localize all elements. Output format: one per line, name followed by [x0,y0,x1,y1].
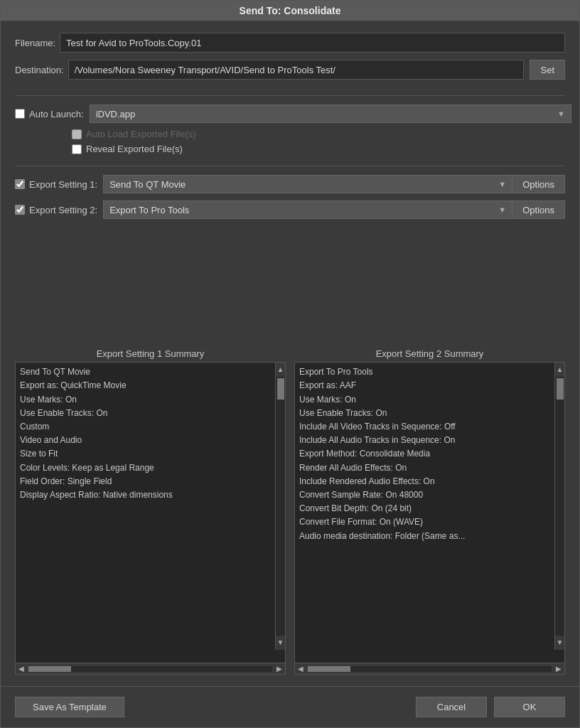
scroll-thumb-2[interactable] [557,378,564,400]
scroll-left-arrow-2-icon[interactable]: ◀ [295,663,306,674]
reveal-row: Reveal Exported File(s) [72,144,565,154]
footer-right: Cancel OK [416,697,565,717]
summary-1-vscrollbar[interactable]: ▲ ▼ [275,363,285,650]
auto-launch-text: Auto Launch: [29,109,84,119]
export-setting-2-row: Export Setting 2: Export To Pro Tools ▼ … [15,200,565,219]
h-thumb[interactable] [28,666,71,672]
reveal-label[interactable]: Reveal Exported File(s) [72,144,183,154]
destination-row: Destination: Set [15,60,565,80]
summary-1-hscrollbar[interactable]: ◀ ▶ [15,663,286,675]
list-item: Display Aspect Ratio: Native dimensions [20,488,269,502]
scroll-track [276,377,285,636]
export-setting-1-checkbox-label[interactable]: Export Setting 1: [15,179,97,190]
list-item: Convert File Format: On (WAVE) [299,515,549,529]
scroll-track-2 [555,377,564,636]
destination-input[interactable] [68,60,525,80]
list-item: Convert Bit Depth: On (24 bit) [299,502,549,515]
export-setting-2-checkbox[interactable] [15,205,25,215]
summary-1-content: Send To QT Movie Export as: QuickTime Mo… [15,362,286,663]
title-bar: Send To: Consolidate [1,1,579,21]
auto-load-row: Auto Load Exported File(s) [72,129,565,139]
filename-row: Filename: [15,33,565,53]
h-track-2 [308,666,552,672]
dialog-title: Send To: Consolidate [240,5,341,16]
scroll-thumb[interactable] [277,378,284,400]
destination-label: Destination: [15,65,64,75]
save-template-button[interactable]: Save As Template [15,697,124,717]
list-item: Use Marks: On [20,393,269,407]
list-item: Video and Audio [20,434,269,447]
export-setting-1-dropdown[interactable]: Send To QT Movie [103,175,512,193]
export-setting-1-checkbox[interactable] [15,179,25,189]
summary-panel-1: Export Setting 1 Summary Send To QT Movi… [15,348,286,675]
auto-launch-checkbox[interactable] [15,109,25,119]
dialog-window: Send To: Consolidate Filename: Destinati… [0,0,580,728]
auto-launch-row: Auto Launch: iDVD.app ▼ [15,105,565,123]
summary-1-text: Send To QT Movie Export as: QuickTime Mo… [20,365,281,502]
list-item: Field Order: Single Field [20,475,269,488]
set-button[interactable]: Set [530,60,565,80]
summary-section: Export Setting 1 Summary Send To QT Movi… [15,348,565,675]
scroll-up-arrow-icon[interactable]: ▲ [276,363,286,377]
list-item: Export as: QuickTime Movie [20,379,269,392]
list-item: Color Levels: Keep as Legal Range [20,461,269,475]
summary-2-content: Export To Pro Tools Export as: AAF Use M… [294,362,565,663]
divider-2 [15,166,565,166]
export-setting-2-dropdown[interactable]: Export To Pro Tools [103,200,512,219]
reveal-text: Reveal Exported File(s) [86,144,183,154]
export-setting-2-options-button[interactable]: Options [512,200,565,219]
export-setting-2-checkbox-label[interactable]: Export Setting 2: [15,205,97,215]
summary-2-text: Export To Pro Tools Export as: AAF Use M… [299,365,560,542]
export-setting-1-row: Export Setting 1: Send To QT Movie ▼ Opt… [15,175,565,193]
auto-launch-label[interactable]: Auto Launch: [15,109,84,119]
summary-1-title: Export Setting 1 Summary [15,348,286,359]
dialog-body: Filename: Destination: Set Auto Launch: … [1,21,579,686]
auto-load-checkbox [72,129,82,139]
footer-left: Save As Template [15,697,124,717]
auto-launch-app-dropdown[interactable]: iDVD.app [90,105,571,123]
reveal-checkbox[interactable] [72,144,82,154]
list-item: Export To Pro Tools [299,365,549,379]
scroll-up-arrow-2-icon[interactable]: ▲ [555,363,565,377]
footer: Save As Template Cancel OK [1,686,579,727]
list-item: Include All Audio Tracks in Sequence: On [299,434,549,447]
filename-input[interactable] [60,33,565,53]
list-item: Render All Audio Effects: On [299,461,549,475]
list-item: Include All Video Tracks in Sequence: Of… [299,420,549,434]
cancel-button[interactable]: Cancel [416,697,487,717]
divider-1 [15,95,565,96]
summary-2-hscrollbar[interactable]: ◀ ▶ [294,663,565,675]
list-item: Audio media destination: Folder (Same as… [299,530,549,543]
export-setting-1-label: Export Setting 1: [29,179,97,190]
export-setting-1-options-button[interactable]: Options [512,175,565,193]
scroll-left-arrow-icon[interactable]: ◀ [16,663,27,674]
h-track [28,666,272,672]
auto-load-text: Auto Load Exported File(s) [86,129,196,139]
list-item: Use Enable Tracks: On [299,407,549,420]
list-item: Size to Fit [20,447,269,461]
sub-options: Auto Load Exported File(s) Reveal Export… [72,129,565,154]
export-setting-2-label: Export Setting 2: [29,205,97,215]
list-item: Send To QT Movie [20,365,269,379]
auto-load-label[interactable]: Auto Load Exported File(s) [72,129,196,139]
list-item: Use Marks: On [299,393,549,407]
ok-button[interactable]: OK [494,697,565,717]
summary-2-vscrollbar[interactable]: ▲ ▼ [554,363,564,650]
scroll-down-arrow-icon[interactable]: ▼ [276,636,286,650]
scroll-down-arrow-2-icon[interactable]: ▼ [555,636,565,650]
filename-label: Filename: [15,38,55,48]
auto-launch-app-wrap: iDVD.app ▼ [90,105,565,123]
summary-2-title: Export Setting 2 Summary [294,348,565,359]
list-item: Export Method: Consolidate Media [299,447,549,461]
list-item: Custom [20,420,269,434]
scroll-right-arrow-icon[interactable]: ▶ [274,663,285,674]
list-item: Convert Sample Rate: On 48000 [299,488,549,502]
list-item: Use Enable Tracks: On [20,407,269,420]
h-thumb-2[interactable] [308,666,350,672]
list-item: Include Rendered Audio Effects: On [299,475,549,488]
summary-panel-2: Export Setting 2 Summary Export To Pro T… [294,348,565,675]
scroll-right-arrow-2-icon[interactable]: ▶ [553,663,564,674]
list-item: Export as: AAF [299,379,549,392]
